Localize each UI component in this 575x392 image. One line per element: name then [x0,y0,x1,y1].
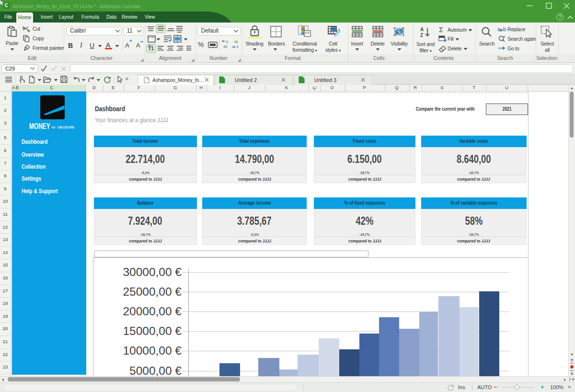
svg-text:Z: Z [420,33,423,38]
svg-text:.0: .0 [236,45,239,48]
svg-text:.00: .00 [223,45,227,48]
svg-text:A: A [420,27,424,32]
svg-text:00: 00 [234,40,238,44]
svg-text:0: 0 [226,40,228,44]
